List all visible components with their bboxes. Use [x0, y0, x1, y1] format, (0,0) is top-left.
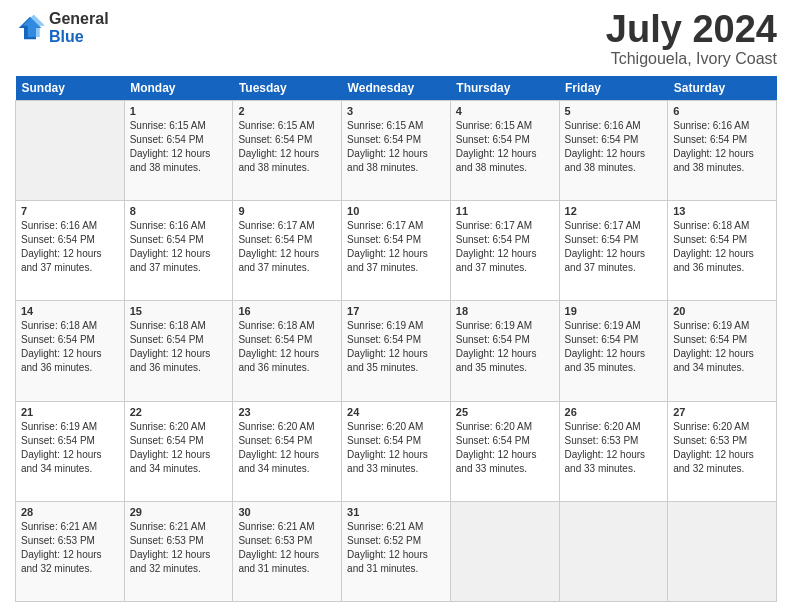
page: General Blue July 2024 Tchigouela, Ivory… — [0, 0, 792, 612]
week-row-2: 7Sunrise: 6:16 AMSunset: 6:54 PMDaylight… — [16, 201, 777, 301]
weekday-header-monday: Monday — [124, 76, 233, 101]
day-number: 14 — [21, 305, 119, 317]
calendar-cell: 17Sunrise: 6:19 AMSunset: 6:54 PMDayligh… — [342, 301, 451, 401]
day-detail: Sunrise: 6:21 AMSunset: 6:52 PMDaylight:… — [347, 520, 445, 576]
weekday-header-row: SundayMondayTuesdayWednesdayThursdayFrid… — [16, 76, 777, 101]
day-number: 25 — [456, 406, 554, 418]
calendar-cell: 10Sunrise: 6:17 AMSunset: 6:54 PMDayligh… — [342, 201, 451, 301]
calendar-cell: 28Sunrise: 6:21 AMSunset: 6:53 PMDayligh… — [16, 501, 125, 601]
day-number: 9 — [238, 205, 336, 217]
logo-blue: Blue — [49, 28, 109, 46]
day-detail: Sunrise: 6:16 AMSunset: 6:54 PMDaylight:… — [21, 219, 119, 275]
calendar-cell — [16, 101, 125, 201]
day-detail: Sunrise: 6:19 AMSunset: 6:54 PMDaylight:… — [565, 319, 663, 375]
calendar-cell: 13Sunrise: 6:18 AMSunset: 6:54 PMDayligh… — [668, 201, 777, 301]
calendar-cell — [668, 501, 777, 601]
weekday-header-friday: Friday — [559, 76, 668, 101]
calendar-cell: 14Sunrise: 6:18 AMSunset: 6:54 PMDayligh… — [16, 301, 125, 401]
calendar-cell: 21Sunrise: 6:19 AMSunset: 6:54 PMDayligh… — [16, 401, 125, 501]
day-detail: Sunrise: 6:21 AMSunset: 6:53 PMDaylight:… — [130, 520, 228, 576]
day-number: 22 — [130, 406, 228, 418]
subtitle: Tchigouela, Ivory Coast — [606, 50, 777, 68]
day-number: 24 — [347, 406, 445, 418]
week-row-3: 14Sunrise: 6:18 AMSunset: 6:54 PMDayligh… — [16, 301, 777, 401]
day-detail: Sunrise: 6:18 AMSunset: 6:54 PMDaylight:… — [21, 319, 119, 375]
calendar-cell: 8Sunrise: 6:16 AMSunset: 6:54 PMDaylight… — [124, 201, 233, 301]
logo-text: General Blue — [49, 10, 109, 45]
calendar-cell: 6Sunrise: 6:16 AMSunset: 6:54 PMDaylight… — [668, 101, 777, 201]
calendar-cell: 24Sunrise: 6:20 AMSunset: 6:54 PMDayligh… — [342, 401, 451, 501]
day-detail: Sunrise: 6:17 AMSunset: 6:54 PMDaylight:… — [565, 219, 663, 275]
day-number: 16 — [238, 305, 336, 317]
calendar-cell: 27Sunrise: 6:20 AMSunset: 6:53 PMDayligh… — [668, 401, 777, 501]
day-number: 8 — [130, 205, 228, 217]
day-number: 17 — [347, 305, 445, 317]
day-number: 15 — [130, 305, 228, 317]
weekday-header-sunday: Sunday — [16, 76, 125, 101]
logo-icon — [15, 13, 45, 43]
day-number: 21 — [21, 406, 119, 418]
calendar-cell: 20Sunrise: 6:19 AMSunset: 6:54 PMDayligh… — [668, 301, 777, 401]
day-number: 11 — [456, 205, 554, 217]
header: General Blue July 2024 Tchigouela, Ivory… — [15, 10, 777, 68]
day-number: 5 — [565, 105, 663, 117]
day-detail: Sunrise: 6:16 AMSunset: 6:54 PMDaylight:… — [130, 219, 228, 275]
calendar-cell: 2Sunrise: 6:15 AMSunset: 6:54 PMDaylight… — [233, 101, 342, 201]
calendar-cell: 12Sunrise: 6:17 AMSunset: 6:54 PMDayligh… — [559, 201, 668, 301]
day-detail: Sunrise: 6:20 AMSunset: 6:54 PMDaylight:… — [238, 420, 336, 476]
weekday-header-wednesday: Wednesday — [342, 76, 451, 101]
day-detail: Sunrise: 6:20 AMSunset: 6:53 PMDaylight:… — [673, 420, 771, 476]
day-number: 30 — [238, 506, 336, 518]
day-number: 27 — [673, 406, 771, 418]
day-detail: Sunrise: 6:20 AMSunset: 6:53 PMDaylight:… — [565, 420, 663, 476]
week-row-1: 1Sunrise: 6:15 AMSunset: 6:54 PMDaylight… — [16, 101, 777, 201]
day-detail: Sunrise: 6:19 AMSunset: 6:54 PMDaylight:… — [21, 420, 119, 476]
calendar-cell: 1Sunrise: 6:15 AMSunset: 6:54 PMDaylight… — [124, 101, 233, 201]
day-detail: Sunrise: 6:17 AMSunset: 6:54 PMDaylight:… — [347, 219, 445, 275]
logo-general: General — [49, 10, 109, 28]
calendar-cell: 30Sunrise: 6:21 AMSunset: 6:53 PMDayligh… — [233, 501, 342, 601]
day-number: 31 — [347, 506, 445, 518]
day-detail: Sunrise: 6:20 AMSunset: 6:54 PMDaylight:… — [456, 420, 554, 476]
weekday-header-thursday: Thursday — [450, 76, 559, 101]
day-detail: Sunrise: 6:18 AMSunset: 6:54 PMDaylight:… — [673, 219, 771, 275]
day-number: 13 — [673, 205, 771, 217]
day-number: 6 — [673, 105, 771, 117]
calendar-table: SundayMondayTuesdayWednesdayThursdayFrid… — [15, 76, 777, 602]
day-number: 1 — [130, 105, 228, 117]
day-detail: Sunrise: 6:18 AMSunset: 6:54 PMDaylight:… — [238, 319, 336, 375]
calendar-cell: 26Sunrise: 6:20 AMSunset: 6:53 PMDayligh… — [559, 401, 668, 501]
calendar-cell: 3Sunrise: 6:15 AMSunset: 6:54 PMDaylight… — [342, 101, 451, 201]
day-number: 4 — [456, 105, 554, 117]
day-detail: Sunrise: 6:15 AMSunset: 6:54 PMDaylight:… — [456, 119, 554, 175]
day-number: 20 — [673, 305, 771, 317]
day-number: 2 — [238, 105, 336, 117]
day-detail: Sunrise: 6:20 AMSunset: 6:54 PMDaylight:… — [130, 420, 228, 476]
day-detail: Sunrise: 6:19 AMSunset: 6:54 PMDaylight:… — [673, 319, 771, 375]
calendar-cell: 4Sunrise: 6:15 AMSunset: 6:54 PMDaylight… — [450, 101, 559, 201]
day-number: 23 — [238, 406, 336, 418]
weekday-header-tuesday: Tuesday — [233, 76, 342, 101]
calendar-cell: 16Sunrise: 6:18 AMSunset: 6:54 PMDayligh… — [233, 301, 342, 401]
calendar-cell: 7Sunrise: 6:16 AMSunset: 6:54 PMDaylight… — [16, 201, 125, 301]
day-detail: Sunrise: 6:19 AMSunset: 6:54 PMDaylight:… — [347, 319, 445, 375]
day-number: 28 — [21, 506, 119, 518]
day-detail: Sunrise: 6:21 AMSunset: 6:53 PMDaylight:… — [21, 520, 119, 576]
calendar-cell: 31Sunrise: 6:21 AMSunset: 6:52 PMDayligh… — [342, 501, 451, 601]
calendar-cell: 11Sunrise: 6:17 AMSunset: 6:54 PMDayligh… — [450, 201, 559, 301]
day-detail: Sunrise: 6:17 AMSunset: 6:54 PMDaylight:… — [238, 219, 336, 275]
day-detail: Sunrise: 6:20 AMSunset: 6:54 PMDaylight:… — [347, 420, 445, 476]
day-detail: Sunrise: 6:19 AMSunset: 6:54 PMDaylight:… — [456, 319, 554, 375]
day-detail: Sunrise: 6:21 AMSunset: 6:53 PMDaylight:… — [238, 520, 336, 576]
day-number: 26 — [565, 406, 663, 418]
logo: General Blue — [15, 10, 109, 45]
calendar-cell: 18Sunrise: 6:19 AMSunset: 6:54 PMDayligh… — [450, 301, 559, 401]
week-row-4: 21Sunrise: 6:19 AMSunset: 6:54 PMDayligh… — [16, 401, 777, 501]
day-number: 19 — [565, 305, 663, 317]
title-area: July 2024 Tchigouela, Ivory Coast — [606, 10, 777, 68]
calendar-cell: 19Sunrise: 6:19 AMSunset: 6:54 PMDayligh… — [559, 301, 668, 401]
calendar-cell: 29Sunrise: 6:21 AMSunset: 6:53 PMDayligh… — [124, 501, 233, 601]
day-detail: Sunrise: 6:16 AMSunset: 6:54 PMDaylight:… — [565, 119, 663, 175]
day-number: 10 — [347, 205, 445, 217]
calendar-cell: 9Sunrise: 6:17 AMSunset: 6:54 PMDaylight… — [233, 201, 342, 301]
